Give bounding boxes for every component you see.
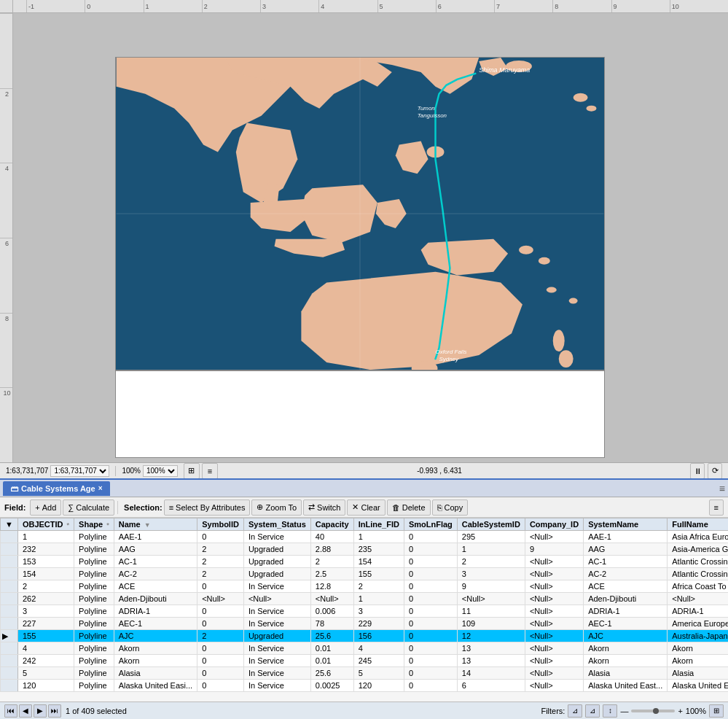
clear-button[interactable]: ✕ Clear (347, 500, 385, 516)
row-selector[interactable] (1, 618, 18, 630)
col-name-header[interactable]: Name ▼ (114, 518, 197, 531)
zoom-to-button[interactable]: ⊕ Zoom To (251, 500, 302, 516)
row-selector[interactable] (1, 667, 18, 680)
cell-system_status: Upgraded (243, 543, 310, 556)
row-selector[interactable]: ▶ (1, 630, 18, 642)
row-selector[interactable] (1, 655, 18, 667)
select-by-attributes-button[interactable]: ≡ Select By Attributes (164, 500, 251, 516)
copy-button[interactable]: ⎘ Copy (432, 500, 469, 516)
col-objectid-header[interactable]: OBJECTID * (17, 518, 74, 531)
ruler-tick: 5 (377, 0, 436, 13)
last-record-button[interactable]: ⏭ (48, 704, 61, 718)
first-record-button[interactable]: ⏮ (4, 704, 17, 718)
row-selector[interactable] (1, 605, 18, 618)
cell-smolnflag: 0 (404, 642, 457, 655)
table-row[interactable]: 3PolylineADRIA-10In Service0.0063011<Nul… (1, 605, 729, 618)
cell-capacity: 0.006 (310, 605, 353, 618)
cell-name: ACE (114, 580, 197, 593)
table-row[interactable]: 154PolylineAC-22Upgraded2.515503<Null>AC… (1, 568, 729, 580)
scale-dropdown[interactable]: 1:63,731,707 (50, 465, 109, 477)
cell-cablesystemid: 3 (457, 568, 525, 580)
cell-systemname: ADRIA-1 (584, 605, 668, 618)
filter-1-button[interactable]: ⊿ (568, 704, 582, 718)
row-selector[interactable] (1, 568, 18, 580)
cell-objectid: 5 (17, 667, 74, 680)
col-capacity-header[interactable]: Capacity (310, 518, 353, 531)
row-selector[interactable] (1, 593, 18, 605)
refresh-button[interactable]: ⟳ (708, 463, 722, 479)
row-selector[interactable] (1, 556, 18, 568)
filter-2-button[interactable]: ⊿ (585, 704, 600, 718)
cell-system_status: In Service (243, 618, 310, 630)
table-row[interactable]: 2PolylineACE0In Service12.8209<Null>ACEA… (1, 580, 729, 593)
attribute-table-container[interactable]: ▼ OBJECTID * Shape * Name ▼ SymbolID Sys… (0, 518, 728, 701)
svg-point-5 (519, 246, 533, 254)
row-selector[interactable] (1, 642, 18, 655)
pause-button[interactable]: ⏸ (690, 463, 705, 479)
table-row[interactable]: 4PolylineAkorn0In Service0.014013<Null>A… (1, 642, 729, 655)
ruler-tick: -1 (26, 0, 85, 13)
table-row[interactable]: ▶155PolylineAJC2Upgraded25.6156012<Null>… (1, 630, 729, 642)
next-record-button[interactable]: ▶ (34, 704, 47, 718)
row-selector[interactable] (1, 543, 18, 556)
cell-cablesystemid: 6 (457, 680, 525, 692)
table-row[interactable]: 232PolylineAAG2Upgraded2.88235019AAGAsia… (1, 543, 729, 556)
table-row[interactable]: 262PolylineAden-Djibouti<Null><Null><Nul… (1, 593, 729, 605)
cell-objectid: 232 (17, 543, 74, 556)
view-table-button[interactable]: ≡ (202, 463, 218, 479)
table-row[interactable]: 153PolylineAC-12Upgraded215402<Null>AC-1… (1, 556, 729, 568)
options-menu-button[interactable]: ≡ (709, 500, 724, 516)
cell-name: Alaska United Easi... (114, 680, 197, 692)
cell-inline_fid: 245 (353, 655, 404, 667)
zoom-slider-track[interactable] (631, 710, 675, 712)
col-system-status-header[interactable]: System_Status (243, 518, 310, 531)
canvas-area[interactable]: Shima Maruyama Tumon Tanguisson Oxford F… (13, 13, 728, 462)
cell-capacity: 2.88 (310, 543, 353, 556)
row-selector[interactable] (1, 680, 18, 692)
cell-shape: Polyline (74, 543, 114, 556)
zoom-fit-button[interactable]: ⊞ (709, 704, 724, 718)
col-cablesystemid-header[interactable]: CableSystemID (457, 518, 525, 531)
cell-systemname: Alasia (584, 667, 668, 680)
cell-capacity: 2 (310, 556, 353, 568)
row-selector[interactable] (1, 580, 18, 593)
delete-button[interactable]: 🗑 Delete (387, 500, 431, 516)
prev-record-button[interactable]: ◀ (19, 704, 32, 718)
col-inline-fid-header[interactable]: InLine_FID (353, 518, 404, 531)
table-row[interactable]: 242PolylineAkorn0In Service0.01245013<Nu… (1, 655, 729, 667)
cell-systemname: AAE-1 (584, 531, 668, 543)
cell-smolnflag: 0 (404, 680, 457, 692)
tab-close-button[interactable]: × (98, 484, 103, 492)
view-grid-button[interactable]: ⊞ (184, 463, 200, 479)
tab-icon: 🗃 (10, 484, 18, 493)
cell-smolnflag: 0 (404, 531, 457, 543)
col-fullname-header[interactable]: FullName (668, 518, 728, 531)
cell-objectid: 4 (17, 642, 74, 655)
calculate-button[interactable]: ∑ Calculate (63, 500, 114, 516)
table-row[interactable]: 1PolylineAAE-10In Service4010295<Null>AA… (1, 531, 729, 543)
add-button[interactable]: + Add (30, 500, 61, 516)
col-smolnflag-header[interactable]: SmoLnFlag (404, 518, 457, 531)
row-selector[interactable] (1, 531, 18, 543)
table-row[interactable]: 227PolylineAEC-10In Service782290109<Nul… (1, 618, 729, 630)
cell-fullname: Akorn (668, 642, 728, 655)
table-row[interactable]: 5PolylineAlasia0In Service25.65014<Null>… (1, 667, 729, 680)
zoom-slider-thumb[interactable] (653, 708, 659, 714)
col-symbolid-header[interactable]: SymbolID (197, 518, 244, 531)
map-container[interactable]: Shima Maruyama Tumon Tanguisson Oxford F… (115, 57, 605, 370)
ruler-tick: 6 (436, 0, 494, 13)
tab-options-button[interactable]: ≡ (719, 483, 725, 494)
cell-symbolid: 2 (197, 556, 244, 568)
zoom-dropdown[interactable]: 100% (143, 465, 178, 477)
filter-sort-button[interactable]: ↕ (603, 704, 617, 718)
ruler-v-tick: 8 (0, 313, 12, 388)
col-shape-header[interactable]: Shape * (74, 518, 114, 531)
table-row[interactable]: 120PolylineAlaska United Easi...0In Serv… (1, 680, 729, 692)
col-company-id-header[interactable]: Company_ID (525, 518, 583, 531)
cell-capacity: 0.01 (310, 655, 353, 667)
table-body: 1PolylineAAE-10In Service4010295<Null>AA… (1, 531, 729, 692)
attribute-toolbar: Field: + Add ∑ Calculate Selection: ≡ Se… (0, 497, 728, 518)
switch-button[interactable]: ⇄ Switch (303, 500, 345, 516)
cable-systems-tab[interactable]: 🗃 Cable Systems Age × (3, 481, 110, 496)
col-systemname-header[interactable]: SystemName (584, 518, 668, 531)
